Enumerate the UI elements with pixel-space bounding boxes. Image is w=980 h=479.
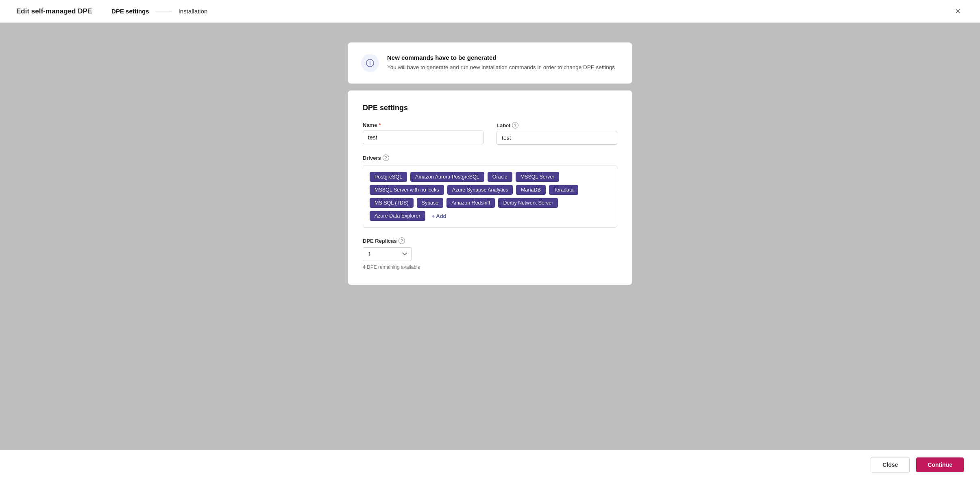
driver-tag: Oracle bbox=[488, 172, 512, 182]
modal-overlay: Edit self-managed DPE DPE settings Insta… bbox=[0, 0, 980, 479]
drivers-help-icon[interactable]: ? bbox=[383, 155, 389, 161]
name-label-row: Name * Label ? bbox=[363, 122, 617, 145]
steps-nav: DPE settings Installation bbox=[111, 8, 207, 15]
step-installation: Installation bbox=[179, 8, 208, 15]
close-button[interactable]: Close bbox=[871, 457, 910, 472]
replicas-hint: 4 DPE remaining available bbox=[363, 264, 617, 270]
label-input[interactable] bbox=[497, 131, 617, 145]
driver-tag: Amazon Aurora PostgreSQL bbox=[410, 172, 484, 182]
replicas-select[interactable]: 12345 bbox=[363, 247, 412, 261]
name-field-group: Name * bbox=[363, 122, 483, 145]
driver-tag: MS SQL (TDS) bbox=[370, 198, 414, 208]
driver-tag: Derby Network Server bbox=[498, 198, 558, 208]
driver-tag: MSSQL Server with no locks bbox=[370, 185, 444, 195]
top-bar: Edit self-managed DPE DPE settings Insta… bbox=[0, 0, 980, 23]
replicas-help-icon[interactable]: ? bbox=[399, 237, 405, 244]
drivers-box: PostgreSQLAmazon Aurora PostgreSQLOracle… bbox=[363, 165, 617, 228]
name-label: Name * bbox=[363, 122, 483, 128]
label-help-icon[interactable]: ? bbox=[512, 122, 518, 128]
label-label: Label ? bbox=[497, 122, 617, 128]
driver-tag: Teradata bbox=[549, 185, 579, 195]
banner-description: You will have to generate and run new in… bbox=[387, 63, 615, 72]
driver-tag: Azure Data Explorer bbox=[370, 211, 425, 221]
settings-card: DPE settings Name * Label ? bbox=[348, 90, 632, 285]
driver-tag: PostgreSQL bbox=[370, 172, 407, 182]
replicas-section: DPE Replicas ? 12345 4 DPE remaining ava… bbox=[363, 237, 617, 270]
info-icon-wrap: i bbox=[361, 54, 379, 72]
svg-text:i: i bbox=[369, 60, 370, 66]
card-title: DPE settings bbox=[363, 104, 617, 112]
drivers-label: Drivers ? bbox=[363, 155, 617, 161]
close-icon[interactable]: × bbox=[952, 5, 964, 17]
driver-tag: MSSQL Server bbox=[516, 172, 560, 182]
driver-tag: Amazon Redshift bbox=[446, 198, 495, 208]
content-area: i New commands have to be generated You … bbox=[0, 23, 980, 450]
banner-title: New commands have to be generated bbox=[387, 54, 615, 61]
name-input[interactable] bbox=[363, 131, 483, 144]
step-dpe-settings: DPE settings bbox=[111, 8, 149, 15]
required-star: * bbox=[379, 122, 381, 128]
add-driver-button[interactable]: + Add bbox=[429, 211, 450, 221]
page-title: Edit self-managed DPE bbox=[16, 7, 92, 15]
driver-tag: MariaDB bbox=[516, 185, 546, 195]
drivers-section: Drivers ? PostgreSQLAmazon Aurora Postgr… bbox=[363, 155, 617, 228]
info-banner: i New commands have to be generated You … bbox=[348, 42, 632, 84]
info-text: New commands have to be generated You wi… bbox=[387, 54, 615, 72]
replicas-label: DPE Replicas ? bbox=[363, 237, 617, 244]
continue-button[interactable]: Continue bbox=[916, 457, 964, 472]
driver-tag: Sybase bbox=[417, 198, 444, 208]
label-field-group: Label ? bbox=[497, 122, 617, 145]
step-divider bbox=[156, 11, 172, 11]
bottom-bar: Close Continue bbox=[0, 450, 980, 479]
driver-tag: Azure Synapse Analytics bbox=[447, 185, 513, 195]
info-circle-icon: i bbox=[366, 59, 375, 67]
